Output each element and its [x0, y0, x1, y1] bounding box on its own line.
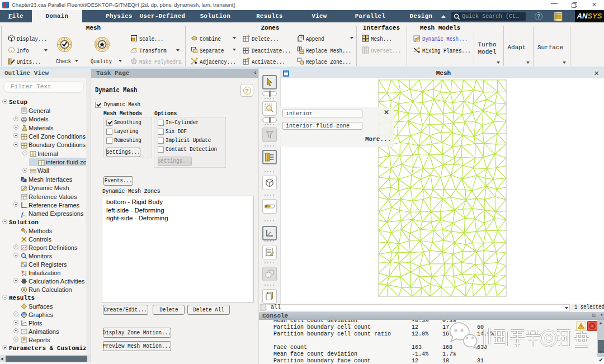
svg-text:fx: fx — [21, 211, 25, 218]
svg-text:1=0: 1=0 — [22, 273, 27, 276]
svg-text:+: + — [247, 58, 250, 62]
svg-text:+: + — [300, 35, 303, 40]
svg-text:✕: ✕ — [247, 35, 250, 39]
svg-text:–: – — [247, 46, 250, 50]
